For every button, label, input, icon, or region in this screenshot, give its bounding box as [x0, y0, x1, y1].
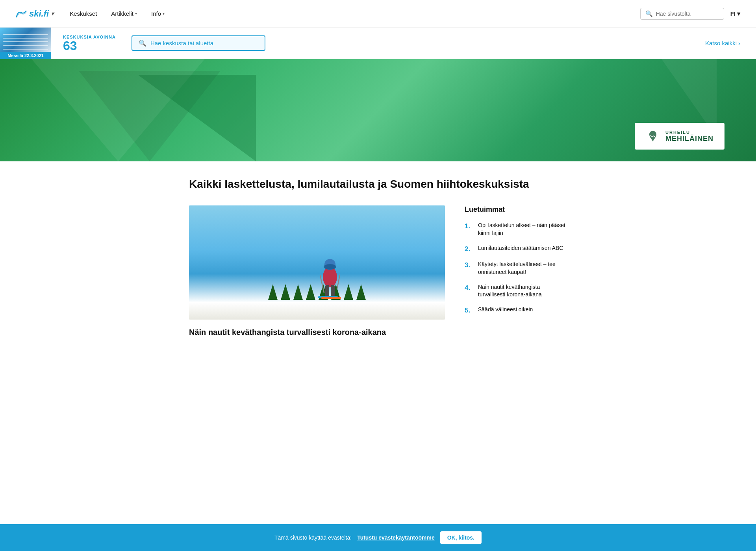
language-selector[interactable]: FI ▾ — [730, 10, 740, 17]
resort-search-icon: 🔍 — [139, 39, 146, 47]
item-text: Säädä välineesi oikein — [478, 306, 533, 314]
resort-search-input[interactable] — [150, 40, 253, 46]
svg-rect-8 — [321, 297, 341, 299]
skier-svg — [306, 250, 354, 312]
sponsor-icon — [646, 129, 660, 143]
sponsor-text: URHEILU MEHILÄINEN — [665, 130, 713, 143]
banner-center: KESKUKSIA AVOINNA 63 🔍 — [51, 35, 277, 52]
item-number: 2. — [465, 244, 472, 254]
search-icon: 🔍 — [645, 10, 653, 17]
most-read-list: 1. Opi laskettelun alkeet – näin pääset … — [465, 222, 567, 315]
most-read-item[interactable]: 5. Säädä välineesi oikein — [465, 306, 567, 315]
sponsor-label: URHEILU — [665, 130, 713, 135]
site-search-bar: 🔍 — [640, 8, 724, 20]
site-search-input[interactable] — [656, 11, 719, 17]
navbar: ski.fi ▾ Keskukset Artikkelit ▾ Info ▾ 🔍… — [0, 0, 756, 28]
nav-links: Keskukset Artikkelit ▾ Info ▾ — [70, 10, 165, 17]
artikkelit-chevron-icon: ▾ — [135, 11, 137, 16]
item-text: Opi laskettelun alkeet – näin pääset kii… — [478, 222, 567, 237]
featured-article-title[interactable]: Näin nautit keväthangista turvallisesti … — [189, 327, 445, 338]
ski-icon — [16, 9, 27, 18]
nav-link-keskukset[interactable]: Keskukset — [70, 10, 97, 17]
item-number: 4. — [465, 283, 472, 293]
item-text: Lumilautasiteiden säätämisen ABC — [478, 244, 563, 252]
hero-triangle-4 — [138, 75, 256, 161]
two-col-layout: Näin nautit keväthangista turvallisesti … — [189, 205, 567, 338]
resort-search-bar: 🔍 — [132, 35, 265, 51]
sponsor-brand: MEHILÄINEN — [665, 135, 713, 143]
most-read-item[interactable]: 1. Opi laskettelun alkeet – näin pääset … — [465, 222, 567, 237]
banner-bar: Messilä 22.3.2021 KESKUKSIA AVOINNA 63 🔍… — [0, 28, 756, 59]
resort-thumbnail[interactable]: Messilä 22.3.2021 — [0, 28, 51, 59]
lang-chevron-icon: ▾ — [737, 10, 740, 17]
main-content: Kaikki laskettelusta, lumilautailusta ja… — [181, 161, 575, 353]
ski-slope-graphic — [0, 31, 51, 53]
view-all-link[interactable]: Katso kaikki › — [705, 40, 740, 46]
info-chevron-icon: ▾ — [163, 11, 165, 16]
left-column: Näin nautit keväthangista turvallisesti … — [189, 205, 445, 338]
logo[interactable]: ski.fi ▾ — [16, 9, 54, 19]
right-column: Luetuimmat 1. Opi laskettelun alkeet – n… — [465, 205, 567, 322]
navbar-left: ski.fi ▾ Keskukset Artikkelit ▾ Info ▾ — [16, 9, 165, 19]
item-number: 5. — [465, 306, 472, 315]
page-headline: Kaikki laskettelusta, lumilautailusta ja… — [189, 177, 567, 191]
most-read-item[interactable]: 4. Näin nautit keväthangista turvallises… — [465, 283, 567, 299]
svg-line-6 — [337, 275, 340, 289]
nav-link-artikkelit[interactable]: Artikkelit ▾ — [111, 10, 137, 17]
item-number: 3. — [465, 261, 472, 270]
most-read-title: Luetuimmat — [465, 205, 567, 214]
most-read-item[interactable]: 3. Käytetyt lasketteluvälineet – tee onn… — [465, 261, 567, 276]
sponsor-logo-box: URHEILU MEHILÄINEN — [635, 123, 724, 150]
resort-thumbnail-label: Messilä 22.3.2021 — [0, 52, 51, 59]
item-text: Käytetyt lasketteluvälineet – tee onnist… — [478, 261, 567, 276]
item-number: 1. — [465, 222, 472, 231]
open-count-number: 63 — [63, 39, 116, 52]
view-all-arrow-icon: › — [738, 40, 740, 46]
nav-link-info[interactable]: Info ▾ — [151, 10, 165, 17]
most-read-item[interactable]: 2. Lumilautasiteiden säätämisen ABC — [465, 244, 567, 254]
featured-article-image — [189, 205, 445, 320]
hero-banner: URHEILU MEHILÄINEN — [0, 59, 756, 161]
open-count-block: KESKUKSIA AVOINNA 63 — [63, 35, 116, 52]
item-text: Näin nautit keväthangista turvallisesti … — [478, 283, 567, 299]
svg-rect-4 — [331, 285, 335, 297]
svg-point-2 — [324, 264, 336, 270]
svg-rect-3 — [325, 285, 329, 297]
navbar-right: 🔍 FI ▾ — [640, 8, 740, 20]
